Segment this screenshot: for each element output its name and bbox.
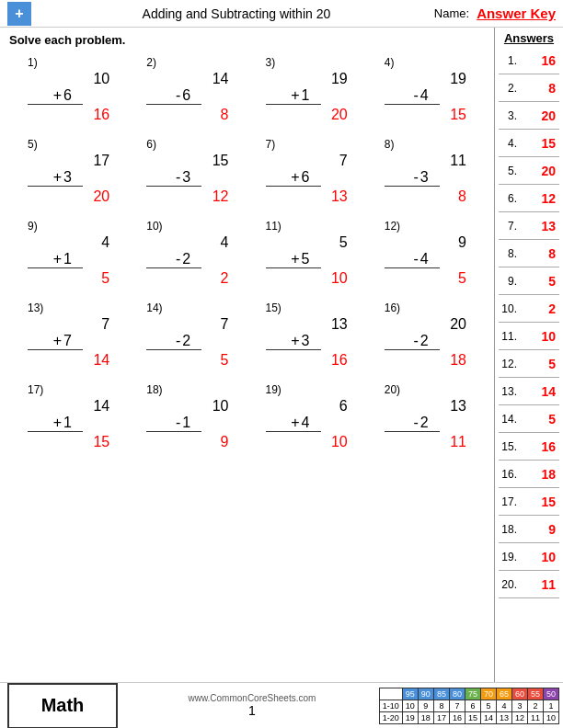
answer-item-6: 6. 12 [499, 185, 559, 212]
problem-20: 20) 13 - 2 11 [366, 378, 485, 460]
prob-op-row: - 4 [385, 87, 440, 105]
prob-op: + [53, 169, 62, 186]
prob-num: 8) [385, 138, 477, 151]
prob-bottom: 2 [420, 333, 429, 349]
prob-op-row: + 4 [266, 415, 321, 432]
prob-answer: 18 [385, 352, 477, 369]
prob-op: - [176, 251, 180, 267]
prob-bottom: 6 [63, 87, 72, 104]
prob-bottom: 3 [420, 169, 429, 186]
prob-num: 13) [28, 301, 121, 314]
answer-num: 11. [499, 330, 517, 343]
prob-op-row: + 1 [28, 415, 83, 432]
answer-num: 17. [499, 495, 517, 508]
prob-bottom: 2 [420, 415, 429, 431]
prob-top: 7 [28, 316, 121, 333]
prob-op: + [53, 415, 62, 431]
prob-bottom: 6 [182, 87, 190, 104]
prob-top: 15 [146, 153, 239, 169]
prob-bottom: 1 [63, 415, 72, 431]
answer-item-10: 10. 2 [499, 295, 559, 323]
prob-top: 19 [266, 71, 359, 87]
answer-num: 7. [499, 220, 517, 233]
answer-num: 19. [499, 551, 517, 563]
answer-item-4: 4. 15 [499, 130, 559, 157]
answer-num: 1. [499, 54, 517, 67]
answer-val: 9 [521, 522, 559, 537]
answer-val: 15 [521, 136, 559, 151]
prob-answer: 15 [28, 434, 121, 450]
problem-16: 16) 20 - 2 18 [366, 296, 485, 378]
prob-answer: 16 [266, 352, 359, 369]
answer-item-5: 5. 20 [499, 157, 559, 185]
prob-answer: 10 [266, 270, 359, 287]
answer-val: 11 [521, 577, 559, 592]
prob-bottom: 5 [302, 251, 310, 267]
prob-top: 14 [146, 71, 239, 87]
prob-op-row: + 3 [28, 169, 83, 187]
problem-19: 19) 6 + 4 10 [247, 378, 366, 460]
prob-answer: 20 [28, 188, 121, 205]
problem-4: 4) 19 - 4 15 [366, 51, 485, 132]
prob-op-row: - 2 [146, 251, 201, 268]
answer-num: 18. [499, 523, 517, 536]
answer-item-17: 17. 15 [499, 488, 559, 516]
prob-op: - [414, 169, 419, 186]
prob-top: 5 [266, 234, 359, 251]
prob-num: 16) [385, 301, 477, 314]
math-box: Math [7, 683, 118, 729]
prob-top: 4 [146, 234, 239, 251]
answer-item-12: 12. 5 [499, 350, 559, 378]
logo: + [7, 2, 31, 26]
prob-num: 15) [266, 301, 359, 314]
prob-top: 13 [266, 316, 359, 333]
math-label: Math [41, 695, 85, 716]
answer-val: 18 [521, 467, 559, 482]
prob-answer: 12 [146, 188, 239, 205]
prob-answer: 5 [28, 270, 121, 287]
answer-key-column: Answers 1. 16 2. 8 3. 20 4. 15 5. 20 6. … [494, 28, 563, 682]
prob-answer: 11 [385, 434, 477, 450]
prob-op: - [176, 415, 180, 431]
answer-num: 2. [499, 82, 517, 95]
answer-val: 20 [521, 164, 559, 178]
prob-op-row: - 2 [385, 333, 440, 350]
prob-bottom: 1 [63, 251, 72, 267]
prob-num: 4) [385, 56, 477, 69]
prob-answer: 16 [28, 107, 121, 123]
answer-num: 3. [499, 109, 517, 122]
prob-top: 10 [146, 398, 239, 415]
prob-op: + [291, 251, 299, 267]
prob-top: 14 [28, 398, 121, 415]
prob-answer: 2 [146, 270, 239, 287]
prob-top: 19 [385, 71, 477, 87]
prob-answer: 8 [385, 188, 477, 205]
prob-top: 7 [146, 316, 239, 333]
answer-val: 20 [521, 108, 559, 123]
prob-num: 6) [146, 138, 239, 151]
prob-num: 7) [266, 138, 359, 151]
problem-15: 15) 13 + 3 16 [247, 296, 366, 378]
prob-bottom: 3 [182, 169, 190, 186]
answer-num: 14. [499, 413, 517, 426]
answer-val: 13 [521, 219, 559, 233]
prob-op-row: + 3 [266, 333, 321, 350]
answer-key-label: Answer Key [477, 6, 556, 21]
answer-num: 13. [499, 385, 517, 398]
answer-item-3: 3. 20 [499, 102, 559, 130]
answer-num: 16. [499, 468, 517, 481]
answer-val: 14 [521, 384, 559, 399]
prob-num: 11) [266, 220, 359, 233]
prob-top: 6 [266, 398, 359, 415]
prob-op: - [176, 169, 180, 186]
prob-op-row: + 7 [28, 333, 83, 350]
header-title: Adding and Subtracting within 20 [39, 6, 434, 21]
answer-num: 15. [499, 440, 517, 453]
header-name-label: Name: [434, 6, 469, 20]
prob-op: - [176, 87, 180, 104]
answer-item-1: 1. 16 [499, 47, 559, 74]
footer-center: www.CommonCoreSheets.com 1 [125, 693, 379, 718]
prob-num: 19) [266, 383, 359, 396]
problem-3: 3) 19 + 1 20 [247, 51, 366, 132]
prob-num: 5) [28, 138, 121, 151]
